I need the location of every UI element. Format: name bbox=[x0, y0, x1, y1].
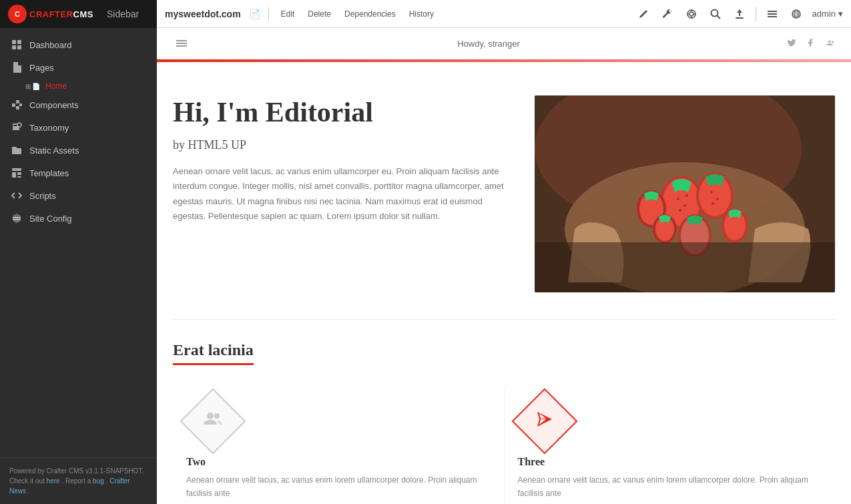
admin-chevron-icon: ▾ bbox=[838, 9, 843, 19]
svg-point-42 bbox=[685, 194, 688, 197]
svg-point-57 bbox=[207, 413, 214, 419]
sidebar-item-site-config[interactable]: Site Config bbox=[0, 207, 157, 230]
tree-expand-icon: ⊞ bbox=[25, 83, 31, 90]
footer-bug-link[interactable]: bug bbox=[93, 477, 104, 485]
social-icons bbox=[787, 38, 835, 49]
preview-hamburger-button[interactable] bbox=[173, 35, 190, 52]
card-2: Three Aenean ornare velit lacus, ac vari… bbox=[505, 387, 836, 504]
svg-rect-23 bbox=[736, 17, 744, 19]
footer-here-link[interactable]: here bbox=[47, 477, 60, 485]
taxonomy-icon bbox=[11, 121, 23, 134]
hero-subtitle: by HTML5 UP bbox=[173, 138, 515, 152]
svg-point-16 bbox=[689, 12, 693, 16]
sidebar: C CRAFTERCMS Sidebar Dashboard Pages bbox=[0, 0, 157, 504]
svg-point-58 bbox=[214, 413, 220, 419]
sidebar-item-label: Pages bbox=[29, 63, 54, 73]
sidebar-toggle-button[interactable]: Sidebar bbox=[103, 6, 143, 22]
pencil-icon-button[interactable] bbox=[635, 6, 651, 22]
sidebar-item-label: Scripts bbox=[29, 191, 56, 201]
pages-icon bbox=[11, 61, 23, 73]
svg-point-45 bbox=[710, 191, 713, 194]
delete-button[interactable]: Delete bbox=[304, 7, 335, 21]
components-icon bbox=[11, 99, 23, 111]
svg-rect-6 bbox=[16, 106, 19, 109]
card-2-body: Aenean ornare velit lacus, ac varius eni… bbox=[518, 473, 822, 501]
cards-row: Two Aenean ornare velit lacus, ac varius… bbox=[157, 373, 851, 504]
toolbar-vertical-divider bbox=[756, 7, 756, 21]
svg-point-40 bbox=[683, 204, 686, 207]
sidebar-item-label: Taxonomy bbox=[29, 123, 69, 133]
preview-greeting: Howdy, stranger bbox=[457, 39, 520, 49]
site-name: mysweetdot.com bbox=[165, 9, 241, 19]
target-icon-button[interactable] bbox=[683, 6, 699, 22]
svg-rect-1 bbox=[17, 40, 21, 44]
edit-button[interactable]: Edit bbox=[277, 7, 299, 21]
wrench-icon-button[interactable] bbox=[659, 6, 675, 22]
sidebar-item-templates[interactable]: Templates bbox=[0, 162, 157, 184]
svg-rect-5 bbox=[16, 100, 19, 103]
svg-rect-24 bbox=[768, 11, 777, 12]
twitter-icon[interactable] bbox=[787, 38, 796, 49]
sidebar-item-dashboard[interactable]: Dashboard bbox=[0, 33, 157, 56]
crafter-logo: C CRAFTERCMS bbox=[8, 5, 93, 23]
hero-title: Hi, I'm Editorial bbox=[173, 95, 515, 129]
preview-top-bar: Howdy, stranger bbox=[157, 28, 851, 59]
preview-area: Howdy, stranger bbox=[157, 28, 851, 504]
svg-point-46 bbox=[716, 198, 719, 200]
hamburger-menu-button[interactable] bbox=[764, 6, 780, 22]
content-frame[interactable]: Howdy, stranger bbox=[157, 28, 851, 504]
sidebar-item-components[interactable]: Components bbox=[0, 93, 157, 116]
admin-button[interactable]: admin ▾ bbox=[812, 9, 843, 19]
toolbar: mysweetdot.com 📄 Edit Delete Dependencie… bbox=[157, 0, 851, 28]
toolbar-divider bbox=[268, 7, 269, 21]
footer-middle-text: . Report a bbox=[61, 477, 91, 485]
svg-rect-3 bbox=[17, 45, 21, 49]
logo-text: CRAFTERCMS bbox=[29, 9, 93, 19]
card-1: Two Aenean ornare velit lacus, ac varius… bbox=[173, 387, 505, 504]
toolbar-right: admin ▾ bbox=[635, 6, 843, 22]
dashboard-icon bbox=[11, 39, 23, 51]
card-2-icon bbox=[536, 411, 553, 432]
svg-rect-10 bbox=[12, 172, 16, 178]
admin-label: admin bbox=[812, 9, 836, 19]
svg-rect-7 bbox=[19, 103, 22, 106]
card-1-icon-area bbox=[186, 395, 240, 448]
svg-point-21 bbox=[711, 9, 718, 16]
sidebar-item-label: Static Assets bbox=[29, 146, 79, 156]
sidebar-item-scripts[interactable]: Scripts bbox=[0, 184, 157, 207]
svg-point-41 bbox=[679, 209, 681, 212]
hero-section: Hi, I'm Editorial by HTML5 UP Aenean orn… bbox=[157, 62, 851, 319]
globe-icon-button[interactable] bbox=[788, 6, 804, 22]
svg-rect-26 bbox=[768, 16, 777, 17]
home-tree-icons: ⊞ 📄 bbox=[25, 83, 40, 90]
search-icon-button[interactable] bbox=[707, 6, 724, 22]
section-title-area: Erat lacinia bbox=[157, 320, 851, 373]
sidebar-item-taxonomy[interactable]: Taxonomy bbox=[0, 116, 157, 139]
scripts-icon bbox=[11, 190, 23, 202]
footer-end-dot: . bbox=[28, 487, 30, 495]
facebook-icon[interactable] bbox=[806, 38, 815, 49]
hero-body: Aenean ornare velit lacus, ac varius eni… bbox=[173, 164, 515, 223]
sidebar-header: C CRAFTERCMS Sidebar bbox=[0, 0, 157, 28]
svg-line-22 bbox=[717, 15, 720, 19]
sidebar-item-label: Dashboard bbox=[29, 40, 72, 50]
svg-rect-25 bbox=[768, 13, 777, 15]
upload-icon-button[interactable] bbox=[732, 6, 748, 22]
svg-point-47 bbox=[712, 202, 714, 205]
sidebar-item-pages[interactable]: Pages bbox=[0, 56, 157, 79]
google-plus-icon[interactable] bbox=[824, 38, 835, 49]
svg-rect-33 bbox=[176, 45, 187, 47]
svg-rect-2 bbox=[12, 45, 16, 49]
sidebar-footer: Powered by Crafter CMS v3.1.1-SNAPSHOT. … bbox=[0, 457, 157, 504]
site-config-icon bbox=[11, 212, 23, 224]
home-page-label: Home bbox=[45, 81, 67, 91]
svg-rect-32 bbox=[176, 43, 187, 44]
svg-point-39 bbox=[677, 198, 679, 200]
dependencies-button[interactable]: Dependencies bbox=[340, 7, 400, 21]
card-2-diamond-icon bbox=[511, 389, 577, 455]
sidebar-item-label: Templates bbox=[29, 168, 69, 178]
sidebar-item-static-assets[interactable]: Static Assets bbox=[0, 139, 157, 162]
sidebar-item-home[interactable]: ⊞ 📄 Home bbox=[0, 79, 157, 93]
page-file-icon: 📄 bbox=[32, 83, 40, 90]
history-button[interactable]: History bbox=[405, 7, 438, 21]
